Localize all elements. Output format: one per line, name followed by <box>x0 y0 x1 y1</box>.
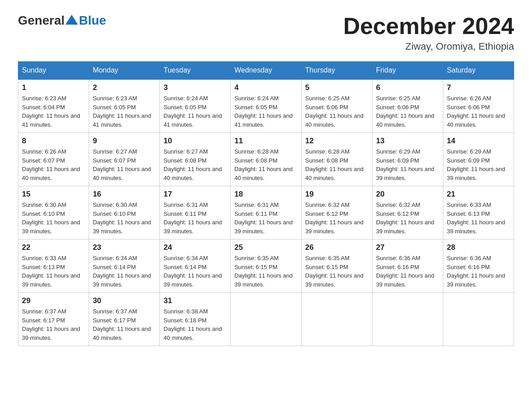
day-number: 9 <box>93 137 156 146</box>
calendar-cell: 2 Sunrise: 6:23 AM Sunset: 6:05 PM Dayli… <box>89 79 160 133</box>
calendar-week-row: 29 Sunrise: 6:37 AM Sunset: 6:17 PM Dayl… <box>18 293 514 346</box>
calendar-cell: 31 Sunrise: 6:38 AM Sunset: 6:18 PM Dayl… <box>160 293 231 346</box>
day-number: 17 <box>163 190 227 199</box>
calendar-cell: 14 Sunrise: 6:29 AM Sunset: 6:09 PM Dayl… <box>443 133 514 186</box>
day-number: 13 <box>376 137 439 146</box>
day-info: Sunrise: 6:34 AM Sunset: 6:14 PM Dayligh… <box>93 254 156 289</box>
calendar-cell: 9 Sunrise: 6:27 AM Sunset: 6:07 PM Dayli… <box>89 133 160 186</box>
calendar-cell: 8 Sunrise: 6:26 AM Sunset: 6:07 PM Dayli… <box>18 133 89 186</box>
logo: General Blue <box>18 13 106 28</box>
day-info: Sunrise: 6:27 AM Sunset: 6:07 PM Dayligh… <box>93 147 156 182</box>
month-title: December 2024 <box>343 13 514 39</box>
day-info: Sunrise: 6:30 AM Sunset: 6:10 PM Dayligh… <box>93 201 156 235</box>
calendar-cell <box>372 293 443 346</box>
calendar-cell: 19 Sunrise: 6:32 AM Sunset: 6:12 PM Dayl… <box>301 186 372 240</box>
column-header-tuesday: Tuesday <box>160 62 231 80</box>
day-info: Sunrise: 6:24 AM Sunset: 6:05 PM Dayligh… <box>163 94 227 129</box>
day-number: 19 <box>305 190 369 199</box>
day-info: Sunrise: 6:32 AM Sunset: 6:12 PM Dayligh… <box>305 201 369 235</box>
calendar-cell: 27 Sunrise: 6:36 AM Sunset: 6:16 PM Dayl… <box>372 240 443 293</box>
day-info: Sunrise: 6:35 AM Sunset: 6:15 PM Dayligh… <box>234 254 297 289</box>
day-info: Sunrise: 6:31 AM Sunset: 6:11 PM Dayligh… <box>234 201 297 235</box>
day-info: Sunrise: 6:33 AM Sunset: 6:13 PM Dayligh… <box>447 201 510 235</box>
day-number: 3 <box>163 83 227 92</box>
day-info: Sunrise: 6:25 AM Sunset: 6:06 PM Dayligh… <box>376 94 439 129</box>
calendar-header-row: SundayMondayTuesdayWednesdayThursdayFrid… <box>18 62 514 80</box>
calendar-week-row: 8 Sunrise: 6:26 AM Sunset: 6:07 PM Dayli… <box>18 133 514 186</box>
day-info: Sunrise: 6:36 AM Sunset: 6:16 PM Dayligh… <box>376 254 439 289</box>
calendar-cell: 16 Sunrise: 6:30 AM Sunset: 6:10 PM Dayl… <box>89 186 160 240</box>
day-number: 28 <box>447 243 510 252</box>
day-info: Sunrise: 6:26 AM Sunset: 6:07 PM Dayligh… <box>22 147 85 182</box>
day-info: Sunrise: 6:23 AM Sunset: 6:04 PM Dayligh… <box>22 94 85 129</box>
logo-blue-part: Blue <box>64 13 106 28</box>
day-number: 22 <box>22 243 85 252</box>
day-info: Sunrise: 6:30 AM Sunset: 6:10 PM Dayligh… <box>22 201 85 235</box>
calendar-cell: 11 Sunrise: 6:28 AM Sunset: 6:08 PM Dayl… <box>231 133 301 186</box>
calendar-week-row: 22 Sunrise: 6:33 AM Sunset: 6:13 PM Dayl… <box>18 240 514 293</box>
day-number: 5 <box>305 83 369 92</box>
day-number: 27 <box>376 243 439 252</box>
calendar-cell: 23 Sunrise: 6:34 AM Sunset: 6:14 PM Dayl… <box>89 240 160 293</box>
day-info: Sunrise: 6:32 AM Sunset: 6:12 PM Dayligh… <box>376 201 439 235</box>
calendar-table: SundayMondayTuesdayWednesdayThursdayFrid… <box>18 61 514 346</box>
day-info: Sunrise: 6:37 AM Sunset: 6:17 PM Dayligh… <box>93 307 156 342</box>
page-header: General Blue December 2024 Ziway, Oromiy… <box>18 13 514 52</box>
day-number: 1 <box>22 83 85 92</box>
day-number: 16 <box>93 190 156 199</box>
calendar-cell: 29 Sunrise: 6:37 AM Sunset: 6:17 PM Dayl… <box>18 293 89 346</box>
calendar-cell: 28 Sunrise: 6:36 AM Sunset: 6:16 PM Dayl… <box>443 240 514 293</box>
day-info: Sunrise: 6:29 AM Sunset: 6:09 PM Dayligh… <box>447 147 510 182</box>
calendar-cell: 26 Sunrise: 6:35 AM Sunset: 6:15 PM Dayl… <box>301 240 372 293</box>
day-number: 15 <box>22 190 85 199</box>
calendar-cell: 15 Sunrise: 6:30 AM Sunset: 6:10 PM Dayl… <box>18 186 89 240</box>
column-header-thursday: Thursday <box>301 62 372 80</box>
day-info: Sunrise: 6:25 AM Sunset: 6:06 PM Dayligh… <box>305 94 369 129</box>
day-info: Sunrise: 6:27 AM Sunset: 6:08 PM Dayligh… <box>163 147 227 182</box>
location-subtitle: Ziway, Oromiya, Ethiopia <box>343 41 514 52</box>
calendar-cell: 21 Sunrise: 6:33 AM Sunset: 6:13 PM Dayl… <box>443 186 514 240</box>
day-number: 31 <box>163 296 227 305</box>
day-number: 23 <box>93 243 156 252</box>
day-number: 25 <box>234 243 297 252</box>
calendar-cell: 20 Sunrise: 6:32 AM Sunset: 6:12 PM Dayl… <box>372 186 443 240</box>
day-number: 8 <box>22 137 85 146</box>
calendar-cell: 5 Sunrise: 6:25 AM Sunset: 6:06 PM Dayli… <box>301 79 372 133</box>
day-number: 26 <box>305 243 369 252</box>
day-number: 12 <box>305 137 369 146</box>
day-info: Sunrise: 6:34 AM Sunset: 6:14 PM Dayligh… <box>163 254 227 289</box>
day-number: 29 <box>22 296 85 305</box>
column-header-friday: Friday <box>372 62 443 80</box>
logo-arrow-icon <box>65 15 78 25</box>
calendar-cell <box>301 293 372 346</box>
calendar-week-row: 15 Sunrise: 6:30 AM Sunset: 6:10 PM Dayl… <box>18 186 514 240</box>
day-info: Sunrise: 6:28 AM Sunset: 6:08 PM Dayligh… <box>234 147 297 182</box>
calendar-cell: 6 Sunrise: 6:25 AM Sunset: 6:06 PM Dayli… <box>372 79 443 133</box>
logo-blue-text: Blue <box>79 13 106 28</box>
day-number: 14 <box>447 137 510 146</box>
column-header-wednesday: Wednesday <box>231 62 301 80</box>
day-info: Sunrise: 6:26 AM Sunset: 6:06 PM Dayligh… <box>447 94 510 129</box>
day-number: 10 <box>163 137 227 146</box>
calendar-cell: 30 Sunrise: 6:37 AM Sunset: 6:17 PM Dayl… <box>89 293 160 346</box>
day-number: 4 <box>234 83 297 92</box>
calendar-cell: 4 Sunrise: 6:24 AM Sunset: 6:05 PM Dayli… <box>231 79 301 133</box>
day-number: 2 <box>93 83 156 92</box>
calendar-cell <box>231 293 301 346</box>
day-number: 6 <box>376 83 439 92</box>
calendar-week-row: 1 Sunrise: 6:23 AM Sunset: 6:04 PM Dayli… <box>18 79 514 133</box>
day-number: 30 <box>93 296 156 305</box>
column-header-monday: Monday <box>89 62 160 80</box>
logo-general-text: General <box>18 13 64 28</box>
day-number: 11 <box>234 137 297 146</box>
column-header-saturday: Saturday <box>443 62 514 80</box>
day-number: 21 <box>447 190 510 199</box>
calendar-cell: 3 Sunrise: 6:24 AM Sunset: 6:05 PM Dayli… <box>160 79 231 133</box>
calendar-cell: 24 Sunrise: 6:34 AM Sunset: 6:14 PM Dayl… <box>160 240 231 293</box>
day-info: Sunrise: 6:29 AM Sunset: 6:09 PM Dayligh… <box>376 147 439 182</box>
column-header-sunday: Sunday <box>18 62 89 80</box>
calendar-cell: 25 Sunrise: 6:35 AM Sunset: 6:15 PM Dayl… <box>231 240 301 293</box>
day-info: Sunrise: 6:38 AM Sunset: 6:18 PM Dayligh… <box>163 307 227 342</box>
day-info: Sunrise: 6:36 AM Sunset: 6:16 PM Dayligh… <box>447 254 510 289</box>
calendar-cell: 10 Sunrise: 6:27 AM Sunset: 6:08 PM Dayl… <box>160 133 231 186</box>
